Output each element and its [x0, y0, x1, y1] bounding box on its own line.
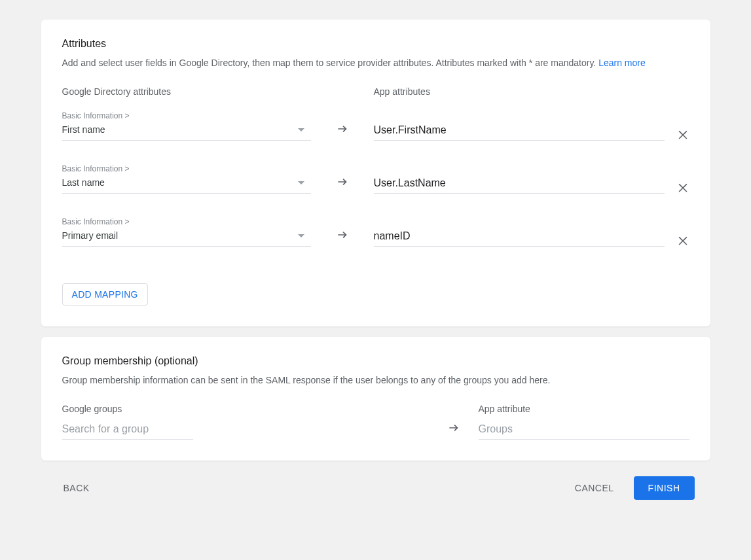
google-directory-header: Google Directory attributes [62, 86, 311, 97]
mapping-row: Basic Information > First name [62, 111, 689, 141]
select-value: Primary email [62, 230, 119, 241]
chevron-down-icon [298, 128, 304, 131]
group-title: Group membership (optional) [62, 355, 689, 367]
attributes-title: Attributes [62, 38, 689, 50]
app-attributes-header: App attributes [374, 86, 689, 97]
select-category-label: Basic Information > [62, 164, 311, 173]
group-membership-card: Group membership (optional) Group member… [41, 337, 710, 461]
close-icon [676, 181, 689, 194]
back-button[interactable]: BACK [57, 478, 96, 499]
group-search-input[interactable] [62, 421, 193, 440]
attributes-columns-header: Google Directory attributes App attribut… [62, 86, 689, 97]
select-category-label: Basic Information > [62, 217, 311, 226]
close-icon [676, 234, 689, 247]
select-value: First name [62, 124, 105, 135]
chevron-down-icon [298, 234, 304, 237]
learn-more-link[interactable]: Learn more [598, 58, 646, 68]
select-category-label: Basic Information > [62, 111, 311, 120]
group-description: Group membership information can be sent… [62, 375, 689, 385]
directory-attribute-select[interactable]: Primary email [62, 229, 311, 247]
attributes-card: Attributes Add and select user fields in… [41, 20, 710, 326]
arrow-right-icon [311, 122, 374, 141]
mapping-row: Basic Information > Last name [62, 164, 689, 194]
finish-button[interactable]: FINISH [634, 476, 695, 500]
arrow-right-icon [429, 421, 479, 440]
add-mapping-button[interactable]: ADD MAPPING [62, 283, 148, 306]
mapping-row: Basic Information > Primary email [62, 217, 689, 247]
cancel-button[interactable]: CANCEL [568, 478, 621, 499]
directory-attribute-select[interactable]: Last name [62, 176, 311, 194]
app-attribute-input[interactable] [374, 228, 665, 247]
footer-actions: BACK CANCEL FINISH [41, 476, 710, 500]
app-attribute-input[interactable] [374, 122, 665, 141]
group-row: Groups [62, 421, 689, 440]
remove-mapping-button[interactable] [676, 181, 689, 194]
attributes-description: Add and select user fields in Google Dir… [62, 58, 689, 68]
group-app-attribute-value: Groups [479, 421, 689, 440]
remove-mapping-button[interactable] [676, 234, 689, 247]
select-value: Last name [62, 177, 105, 188]
app-attribute-input[interactable] [374, 175, 665, 194]
arrow-right-icon [311, 228, 374, 247]
directory-attribute-select[interactable]: First name [62, 123, 311, 141]
remove-mapping-button[interactable] [676, 128, 689, 141]
close-icon [676, 128, 689, 141]
arrow-right-icon [311, 175, 374, 194]
group-app-attribute-header: App attribute [479, 404, 689, 414]
group-columns-header: Google groups App attribute [62, 404, 689, 414]
chevron-down-icon [298, 181, 304, 184]
google-groups-header: Google groups [62, 404, 429, 414]
